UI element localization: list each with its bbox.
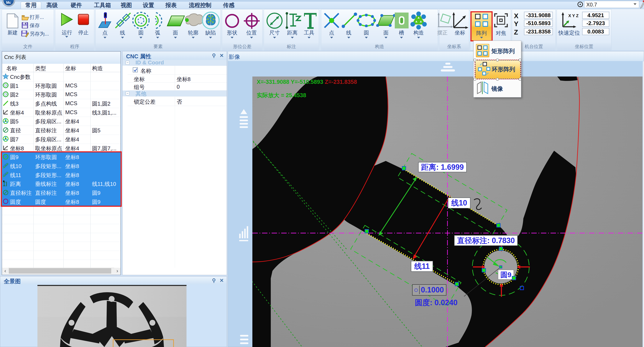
svg-text:X Y Z: X Y Z xyxy=(568,14,578,18)
